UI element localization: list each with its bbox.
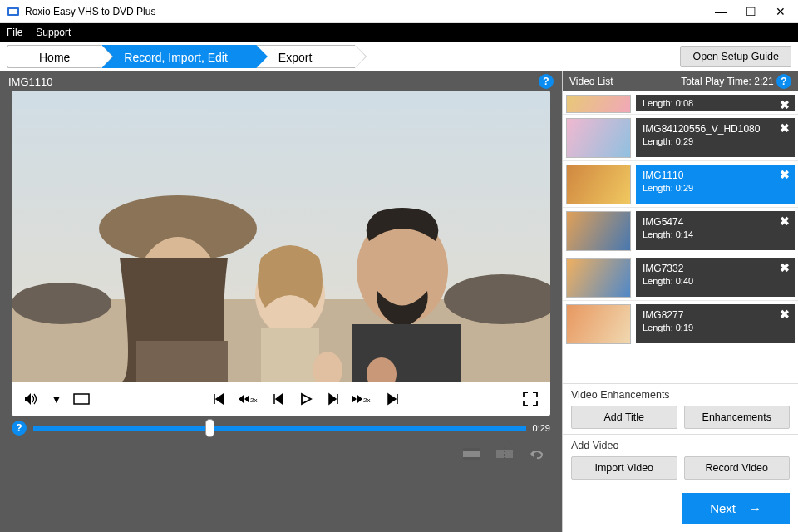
video-length: Length: 0:40 [643,276,788,286]
remove-video-icon[interactable]: ✖ [780,121,790,135]
enhancements-button[interactable]: Enhancements [684,406,791,429]
video-list-item[interactable]: IMG84120556_V_HD1080Length: 0:29✖ [563,115,798,161]
skip-start-icon[interactable] [211,392,228,406]
video-list-item[interactable]: IMG7332Length: 0:40✖ [563,254,798,301]
import-video-button[interactable]: Import Video [571,456,677,480]
app-title: Roxio Easy VHS to DVD Plus [25,6,713,17]
video-list-item[interactable]: IMG1110Length: 0:29✖ [563,161,798,208]
video-thumbnail [566,304,631,344]
remove-video-icon[interactable]: ✖ [780,308,790,321]
menu-file[interactable]: File [7,27,22,38]
sidebar: Video List Total Play Time: 2:21 ? Lengt… [562,71,798,532]
help-list-icon[interactable]: ? [776,74,791,89]
nav-row: Home Record, Import, Edit Export Open Se… [0,42,798,71]
step-back-icon[interactable] [271,392,288,406]
rewind-icon[interactable]: 2x [238,392,261,406]
video-thumbnail [566,95,631,113]
volume-icon[interactable] [23,392,40,406]
video-list-item[interactable]: IMG8277Length: 0:19✖ [563,301,798,347]
menubar: File Support [0,23,798,42]
remove-video-icon[interactable]: ✖ [780,168,790,181]
video-length: Length: 0:14 [643,229,788,239]
timeline: ? 0:10:12 0:29 [12,421,550,436]
preview-title: IMG1110 [8,76,52,88]
playback-controls: ▼ 2x 2x [12,382,550,416]
video-thumbnail [566,211,631,251]
enhancements-label: Video Enhancements [571,389,790,401]
video-thumbnail [566,165,631,204]
undo-icon[interactable] [529,447,545,461]
video-thumbnail [566,258,631,298]
video-thumbnail [566,118,631,158]
svg-text:2x: 2x [250,397,257,404]
help-preview-icon[interactable]: ? [539,74,554,89]
timeline-current-time: 0:10:12 [210,407,241,417]
video-name: IMG8277 [643,309,788,321]
video-name: IMG7332 [643,263,788,274]
timeline-track[interactable]: 0:10:12 [33,422,526,434]
tab-home[interactable]: Home [7,45,101,68]
video-preview[interactable] [12,91,550,382]
tab-export[interactable]: Export [256,45,355,68]
forward-icon[interactable]: 2x [351,392,374,406]
skip-end-icon[interactable] [384,392,401,406]
video-name: IMG84120556_V_HD1080 [643,123,788,135]
titlebar: Roxio Easy VHS to DVD Plus — ☐ ✕ [0,0,798,23]
svg-rect-8 [136,341,228,382]
film-tool-icon[interactable] [462,447,480,461]
video-list[interactable]: Length: 0:08✖IMG84120556_V_HD1080Length:… [563,91,798,383]
video-length: Length: 0:19 [643,323,788,332]
step-forward-icon[interactable] [324,392,341,406]
svg-text:2x: 2x [363,397,370,404]
remove-video-icon[interactable]: ✖ [780,261,790,274]
record-video-button[interactable]: Record Video [684,456,791,480]
video-list-label: Video List [569,76,613,87]
remove-video-icon[interactable]: ✖ [780,214,790,228]
svg-rect-20 [463,457,480,460]
volume-dropdown-icon[interactable]: ▼ [48,393,65,406]
menu-support[interactable]: Support [36,27,71,38]
video-length: Length: 0:08 [643,98,788,108]
svg-rect-19 [463,448,480,451]
minimize-button[interactable]: — [713,5,728,18]
svg-rect-15 [74,394,89,404]
remove-video-icon[interactable]: ✖ [780,98,790,111]
help-timeline-icon[interactable]: ? [12,421,27,436]
video-name: IMG5474 [643,216,788,228]
add-video-label: Add Video [571,440,790,451]
video-list-item[interactable]: IMG5474Length: 0:14✖ [563,208,798,254]
play-icon[interactable] [298,392,314,406]
svg-rect-10 [261,328,319,382]
timeline-end-time: 0:29 [533,423,550,433]
video-length: Length: 0:29 [643,136,788,146]
aspect-icon[interactable] [73,393,90,405]
maximize-button[interactable]: ☐ [743,5,758,18]
close-button[interactable]: ✕ [773,5,788,18]
next-button[interactable]: Next → [682,493,790,524]
app-icon [7,5,20,18]
video-length: Length: 0:29 [643,183,788,193]
svg-point-4 [12,283,111,324]
preview-panel: IMG1110 ? [0,71,562,532]
next-button-label: Next [710,501,736,515]
arrow-right-icon: → [749,501,761,515]
fullscreen-icon[interactable] [522,392,539,406]
cut-tool-icon[interactable] [495,447,514,461]
svg-rect-1 [9,9,17,14]
video-list-item[interactable]: Length: 0:08✖ [563,91,798,115]
open-setup-guide-button[interactable]: Open Setup Guide [680,46,791,67]
total-play-time: 2:21 [754,76,773,87]
total-play-label: Total Play Time: [681,76,751,87]
add-title-button[interactable]: Add Title [571,406,677,429]
video-name: IMG1110 [643,170,788,181]
tab-record[interactable]: Record, Import, Edit [101,45,256,68]
timeline-handle[interactable] [205,419,214,437]
